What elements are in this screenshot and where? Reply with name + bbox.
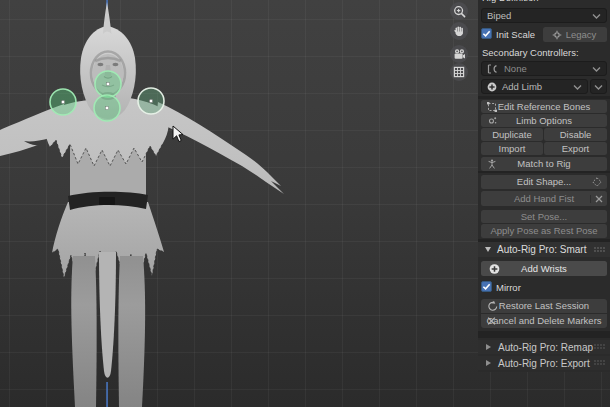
set-pose-label: Set Pose... — [521, 212, 567, 222]
blender-window: Rig Definition Biped Init Scale — [0, 0, 610, 407]
section-divider — [478, 96, 610, 99]
disable-button[interactable]: Disable — [544, 128, 607, 141]
apply-pose-label: Apply Pose as Rest Pose — [490, 226, 597, 236]
chevron-down-icon — [573, 83, 582, 91]
duplicate-button[interactable]: Duplicate — [481, 128, 543, 141]
section-divider — [478, 331, 610, 338]
right-shoulder-marker-center-dot — [149, 99, 152, 102]
grip-handle[interactable] — [593, 358, 606, 369]
match-to-rig-label: Match to Rig — [517, 159, 570, 169]
check-icon — [482, 282, 491, 291]
import-label: Import — [499, 144, 526, 154]
smart-panel-title: Auto-Rig Pro: Smart — [497, 244, 586, 255]
disable-label: Disable — [560, 130, 592, 140]
restore-last-session-label: Restore Last Session — [499, 301, 589, 311]
remap-panel-title: Auto-Rig Pro: Remap — [498, 342, 593, 353]
restore-last-session-button[interactable]: Restore Last Session — [481, 299, 607, 313]
plus-circle-icon — [489, 263, 500, 274]
hand-icon[interactable] — [450, 22, 468, 40]
add-wrists-button[interactable]: Add Wrists — [481, 261, 607, 276]
edit-reference-bones-label: Edit Reference Bones — [498, 102, 590, 112]
export-label: Export — [562, 144, 589, 154]
add-limb-dropdown[interactable]: Add Limb — [481, 79, 588, 94]
apply-pose-button[interactable]: Apply Pose as Rest Pose — [481, 224, 607, 238]
stick-figure-icon — [487, 159, 497, 169]
init-scale-label: Init Scale — [496, 29, 535, 40]
secondary-controllers-dropdown[interactable]: None — [481, 61, 607, 76]
auto-rig-pro-sidebar: Rig Definition Biped Init Scale — [478, 0, 610, 372]
chin-marker-center-dot — [106, 82, 109, 85]
add-hand-fist-label: Add Hand Fist — [514, 194, 574, 204]
options-gear-icon — [487, 116, 497, 126]
section-divider — [478, 171, 610, 173]
character-mesh[interactable] — [0, 2, 284, 407]
grip-handle[interactable] — [593, 244, 606, 255]
smart-markers[interactable] — [50, 71, 164, 121]
export-panel-title: Auto-Rig Pro: Export — [498, 358, 590, 369]
remap-panel-header[interactable]: Auto-Rig Pro: Remap — [478, 340, 610, 354]
grid-icon[interactable] — [450, 63, 468, 81]
chevron-down-icon — [594, 83, 603, 91]
cancel-delete-markers-label: Cancel and Delete Markers — [486, 316, 601, 326]
chevron-down-icon — [592, 12, 601, 20]
mirror-label: Mirror — [496, 282, 521, 293]
chevron-down-icon — [592, 65, 601, 73]
set-pose-button[interactable]: Set Pose... — [481, 210, 607, 223]
secondary-controllers-label: Secondary Controllers: — [482, 47, 579, 58]
match-to-rig-button[interactable]: Match to Rig — [481, 157, 607, 171]
duplicate-label: Duplicate — [492, 130, 532, 140]
restore-arrow-icon — [487, 301, 498, 312]
add-hand-fist-button[interactable]: Add Hand Fist — [481, 191, 607, 206]
collapsed-triangle-icon — [486, 344, 491, 350]
cancel-delete-markers-button[interactable]: Cancel and Delete Markers — [481, 314, 607, 328]
grip-handle[interactable] — [593, 342, 606, 353]
left-shoulder-marker-center-dot — [61, 100, 64, 103]
export-button[interactable]: Export — [544, 142, 607, 155]
collapsed-triangle-icon — [486, 360, 491, 366]
check-icon — [482, 29, 491, 38]
movie-camera-icon[interactable] — [450, 45, 468, 63]
neck-marker-center-dot — [105, 106, 108, 109]
rig-definition-label: Rig Definition — [482, 0, 539, 3]
bone-shape-icon — [592, 177, 602, 187]
x-icon — [487, 317, 496, 326]
add-limb-extra-dropdown[interactable] — [590, 79, 607, 94]
limb-options-button[interactable]: Limb Options — [481, 114, 607, 127]
legacy-button[interactable]: Legacy — [543, 27, 607, 42]
limb-options-label: Limb Options — [516, 116, 572, 126]
gear-icon — [552, 30, 562, 40]
smart-panel-header[interactable]: Auto-Rig Pro: Smart — [478, 242, 610, 257]
mirror-checkbox[interactable] — [481, 281, 492, 292]
close-icon[interactable] — [590, 195, 603, 203]
edit-reference-bones-button[interactable]: Edit Reference Bones — [481, 100, 607, 113]
add-wrists-label: Add Wrists — [521, 264, 567, 274]
edit-shape-button[interactable]: Edit Shape... — [481, 175, 607, 189]
bone-constraint-icon — [487, 64, 499, 74]
add-limb-label: Add Limb — [502, 81, 573, 92]
rig-type-dropdown[interactable]: Biped — [481, 8, 607, 23]
secondary-controllers-value: None — [504, 63, 592, 74]
init-scale-checkbox[interactable] — [481, 28, 492, 39]
edit-shape-label: Edit Shape... — [517, 177, 571, 187]
legacy-label: Legacy — [566, 30, 597, 40]
plus-circle-icon — [487, 82, 497, 92]
edit-bones-icon — [487, 102, 497, 112]
import-button[interactable]: Import — [481, 142, 543, 155]
rig-type-value: Biped — [487, 10, 592, 21]
expand-triangle-icon — [485, 247, 491, 252]
export-panel-header[interactable]: Auto-Rig Pro: Export — [478, 356, 610, 370]
magnifier-plus-icon[interactable] — [450, 2, 468, 20]
